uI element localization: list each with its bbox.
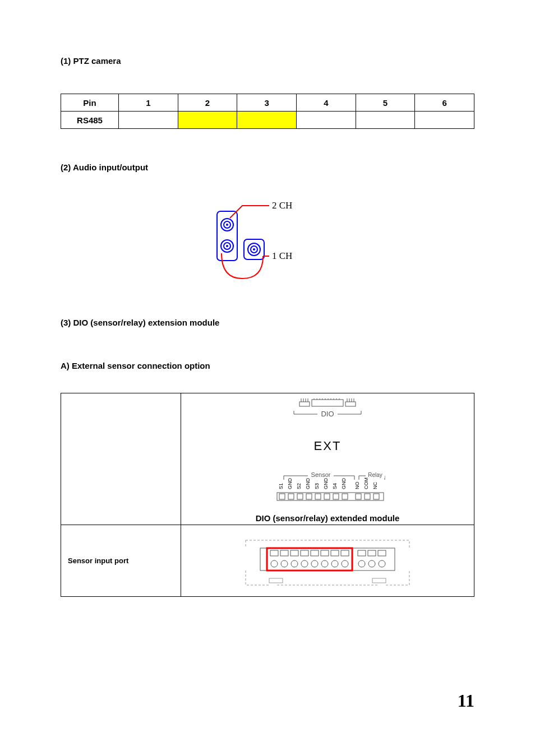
dio-module-svg: DIO EXT xyxy=(255,398,400,511)
table-row: DIO EXT xyxy=(61,393,474,525)
svg-rect-50 xyxy=(315,494,321,499)
audio-1ch-label: 1 CH xyxy=(272,251,292,262)
pin-label: GND xyxy=(305,478,311,490)
pin-label: GND xyxy=(287,478,293,490)
svg-rect-47 xyxy=(288,494,294,499)
pin-label: S3 xyxy=(314,483,320,489)
pin-header-cell: 1 xyxy=(119,94,178,112)
page: (1) PTZ camera Pin 1 2 3 4 5 6 RS485 (2)… xyxy=(0,0,535,756)
svg-rect-60 xyxy=(280,550,288,556)
pin-label: NO xyxy=(354,482,360,490)
section-3-title: (3) DIO (sensor/relay) extension module xyxy=(61,318,474,327)
pin-table: Pin 1 2 3 4 5 6 RS485 xyxy=(61,94,474,129)
audio-figure: 2 CH 1 CH xyxy=(211,200,324,290)
sensor-bracket-label: Sensor xyxy=(311,471,331,478)
pin-label: GND xyxy=(341,478,347,490)
svg-rect-48 xyxy=(297,494,303,499)
svg-point-73 xyxy=(301,560,308,567)
table-row: Sensor input port xyxy=(61,525,474,597)
dio-module-figure-cell: DIO EXT xyxy=(181,393,474,525)
svg-rect-55 xyxy=(365,494,370,499)
svg-rect-56 xyxy=(373,494,379,499)
sensor-port-svg xyxy=(238,536,417,590)
table-row: RS485 xyxy=(61,112,474,129)
pin-header-cell: 3 xyxy=(237,94,297,112)
svg-rect-64 xyxy=(321,550,329,556)
pin-label: S4 xyxy=(332,483,338,489)
svg-rect-81 xyxy=(269,578,283,583)
section-1-title: (1) PTZ camera xyxy=(61,56,474,66)
svg-rect-59 xyxy=(270,550,278,556)
dio-module-diagram: DIO EXT xyxy=(255,398,400,512)
rs485-cell xyxy=(356,112,415,129)
audio-2ch-label: 2 CH xyxy=(272,200,292,211)
svg-point-70 xyxy=(271,560,278,567)
svg-rect-61 xyxy=(290,550,298,556)
table-row: Pin 1 2 3 4 5 6 xyxy=(61,94,474,112)
svg-rect-65 xyxy=(331,550,339,556)
rs485-cell xyxy=(119,112,178,129)
pin-header-cell: 5 xyxy=(356,94,415,112)
svg-rect-68 xyxy=(368,550,376,556)
rs485-cell-highlight xyxy=(237,112,297,129)
pin-header-cell: 4 xyxy=(296,94,356,112)
svg-rect-69 xyxy=(378,550,386,556)
svg-point-3 xyxy=(226,224,228,226)
pin-label: GND xyxy=(323,478,329,490)
dio-text: DIO xyxy=(321,410,334,418)
svg-rect-51 xyxy=(324,494,330,499)
page-number: 11 xyxy=(458,690,474,711)
rs485-cell xyxy=(296,112,356,129)
dio-table: DIO EXT xyxy=(61,393,474,597)
svg-rect-62 xyxy=(301,550,308,556)
sensor-input-port-label: Sensor input port xyxy=(61,525,181,597)
dio-module-label-cell xyxy=(61,393,181,525)
relay-bracket-label: Relay xyxy=(368,472,382,478)
pin-label: COM xyxy=(363,477,369,489)
svg-rect-52 xyxy=(333,494,339,499)
svg-point-10 xyxy=(253,248,255,251)
pin-label: S1 xyxy=(278,483,284,489)
svg-point-77 xyxy=(342,560,348,567)
svg-point-71 xyxy=(281,560,288,567)
dio-module-caption: DIO (sensor/relay) extended module xyxy=(182,512,473,524)
rs485-cell xyxy=(415,112,474,129)
pin-label: S2 xyxy=(296,483,302,489)
ext-text: EXT xyxy=(314,439,342,453)
svg-rect-54 xyxy=(356,494,361,499)
pin-label: NC xyxy=(372,482,378,489)
section-2-title: (2) Audio input/output xyxy=(61,163,474,172)
pin-header-cell: Pin xyxy=(61,94,119,112)
svg-point-79 xyxy=(368,560,375,567)
svg-rect-14 xyxy=(345,402,356,406)
pin-header-cell: 2 xyxy=(178,94,237,112)
svg-rect-66 xyxy=(341,550,349,556)
rs485-label-cell: RS485 xyxy=(61,112,119,129)
sensor-input-port-figure-cell xyxy=(181,525,474,597)
svg-point-6 xyxy=(226,245,228,247)
svg-rect-13 xyxy=(312,400,343,406)
svg-point-76 xyxy=(331,560,338,567)
svg-point-72 xyxy=(291,560,298,567)
svg-rect-46 xyxy=(279,494,285,499)
svg-rect-12 xyxy=(299,402,310,406)
audio-diagram-svg xyxy=(211,200,324,290)
svg-point-75 xyxy=(321,560,328,567)
svg-point-78 xyxy=(358,560,365,567)
section-3a-title: A) External sensor connection option xyxy=(61,361,474,370)
svg-rect-82 xyxy=(372,578,386,583)
svg-rect-53 xyxy=(342,494,348,499)
svg-rect-49 xyxy=(306,494,312,499)
rs485-cell-highlight xyxy=(178,112,237,129)
svg-point-74 xyxy=(311,560,318,567)
svg-point-80 xyxy=(379,560,385,567)
svg-rect-63 xyxy=(311,550,319,556)
svg-rect-67 xyxy=(358,550,366,556)
pin-header-cell: 6 xyxy=(415,94,474,112)
